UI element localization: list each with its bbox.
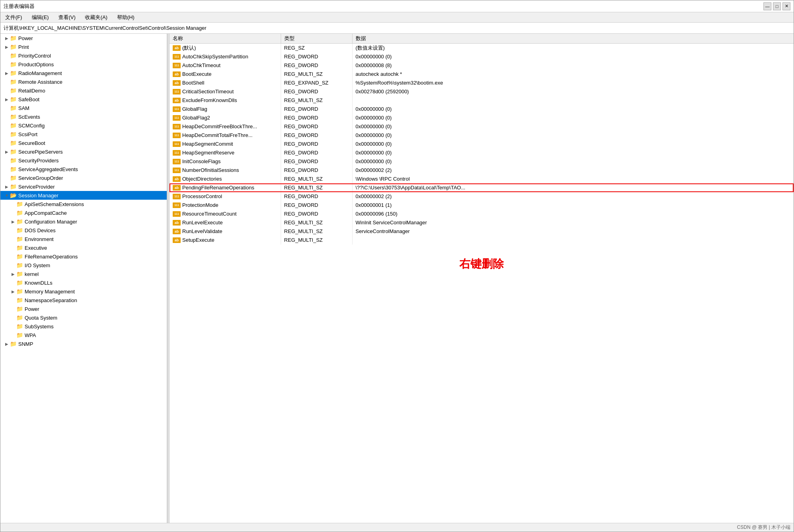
expand-icon: ▶ [4,71,10,75]
cell-data [352,96,794,105]
table-row[interactable]: 111AutoChkSkipSystemPartitionREG_DWORD0x… [170,52,794,61]
tree-item-environment[interactable]: 📁 Environment [0,235,167,243]
minimize-button[interactable]: — [763,2,771,10]
tree-item-securepipeservers[interactable]: ▶ 📁 SecurePipeServers [0,147,167,156]
cell-type: REG_MULTI_SZ [281,175,352,183]
table-row[interactable]: abRunLevelValidateREG_MULTI_SZServiceCon… [170,227,794,236]
tree-item-executive[interactable]: 📁 Executive [0,243,167,252]
tree-item-configurationmanager[interactable]: ▶ 📁 Configuration Manager [0,217,167,226]
table-row[interactable]: 111ProtectionModeREG_DWORD0x00000001 (1) [170,201,794,210]
folder-icon: 📁 [10,122,17,129]
cell-data: %SystemRoot%\system32\bootim.exe [352,79,794,87]
table-row[interactable]: 111CriticalSectionTimeoutREG_DWORD0x0027… [170,87,794,96]
table-row[interactable]: 111AutoChkTimeoutREG_DWORD0x00000008 (8) [170,61,794,70]
table-row[interactable]: abSetupExecuteREG_MULTI_SZ [170,236,794,245]
tree-item-appcompatcache[interactable]: 📁 AppCompatCache [0,208,167,217]
tree-label: Memory Management [25,289,75,295]
tree-item-power2[interactable]: 📁 Power [0,305,167,313]
menu-favorites[interactable]: 收藏夹(A) [83,13,109,21]
tree-item-wpa[interactable]: 📁 WPA [0,331,167,339]
table-row[interactable]: 111HeapDeCommitFreeBlockThre...REG_DWORD… [170,122,794,131]
table-row[interactable]: abObjectDirectoriesREG_MULTI_SZ\Windows … [170,175,794,183]
menu-help[interactable]: 帮助(H) [116,13,136,21]
table-row[interactable]: abBootShellREG_EXPAND_SZ%SystemRoot%\sys… [170,79,794,87]
tree-item-scmconfig[interactable]: 📁 SCMConfig [0,121,167,130]
tree-label: SAM [18,105,29,111]
table-row[interactable]: 111NumberOfInitialSessionsREG_DWORD0x000… [170,166,794,175]
table-row[interactable]: abRunLevelExecuteREG_MULTI_SZWinInit Ser… [170,218,794,227]
tree-item-iosystem[interactable]: 📁 I/O System [0,261,167,270]
tree-label: SecurePipeServers [18,149,63,155]
tree-item-serviceaggregatedevents[interactable]: 📁 ServiceAggregatedEvents [0,165,167,173]
tree-label: SubSystems [25,324,54,330]
table-row[interactable]: 111HeapSegmentReserveREG_DWORD0x00000000… [170,148,794,157]
tree-item-kernel[interactable]: ▶ 📁 kernel [0,270,167,278]
close-button[interactable]: ✕ [782,2,790,10]
cell-data: 0x00000000 (0) [352,122,794,131]
tree-item-secureboot[interactable]: 📁 SecureBoot [0,139,167,147]
tree-item-servicegrouporder[interactable]: 📁 ServiceGroupOrder [0,173,167,182]
tree-label: ServiceGroupOrder [18,175,63,181]
cell-type: REG_DWORD [281,166,352,175]
table-row[interactable]: 111GlobalFlag2REG_DWORD0x00000000 (0) [170,114,794,122]
tree-item-memorymanagement[interactable]: ▶ 📁 Memory Management [0,287,167,296]
tree-item-apisetschemaextensions[interactable]: 📁 ApiSetSchemaExtensions [0,200,167,208]
expand-icon: ▶ [4,342,10,346]
tree-item-filerenameoperations[interactable]: 📁 FileRenameOperations [0,252,167,261]
table-row[interactable]: 111ResourceTimeoutCountREG_DWORD0x000000… [170,210,794,218]
tree-item-namespaceseparation[interactable]: 📁 NamespaceSeparation [0,296,167,305]
table-row[interactable]: 111ProcessorControlREG_DWORD0x00000002 (… [170,192,794,201]
table-row[interactable]: 111GlobalFlagREG_DWORD0x00000000 (0) [170,105,794,114]
menu-view[interactable]: 查看(V) [57,13,77,21]
tree-label: Configuration Manager [25,219,77,225]
data-table: 名称 类型 数据 ab(默认)REG_SZ(数值未设置)111AutoChkSk… [170,34,794,245]
tree-item-power[interactable]: ▶ 📁 Power [0,34,167,42]
cell-name: 111CriticalSectionTimeout [170,87,281,96]
folder-icon: 📁 [16,245,23,251]
tree-item-remoteassistance[interactable]: 📁 Remote Assistance [0,77,167,86]
tree-item-scsiport[interactable]: 📁 ScsiPort [0,130,167,139]
cell-type: REG_MULTI_SZ [281,96,352,105]
tree-item-radiomanagement[interactable]: ▶ 📁 RadioManagement [0,69,167,77]
tree-item-sessionmanager[interactable]: ▼ 📂 Session Manager [0,191,167,200]
folder-icon: 📁 [16,262,23,268]
tree-item-print[interactable]: ▶ 📁 Print [0,42,167,51]
tree-item-snmp[interactable]: ▶ 📁 SNMP [0,339,167,348]
tree-item-scevents[interactable]: 📁 ScEvents [0,112,167,121]
tree-label: WPA [25,332,36,338]
restore-button[interactable]: □ [773,2,781,10]
table-row[interactable]: ab(默认)REG_SZ(数值未设置) [170,44,794,52]
tree-item-prioritycontrol[interactable]: 📁 PriorityControl [0,51,167,60]
table-row[interactable]: abExcludeFromKnownDllsREG_MULTI_SZ [170,96,794,105]
expand-icon: ▶ [4,185,10,189]
table-row[interactable]: 111HeapSegmentCommitREG_DWORD0x00000000 … [170,140,794,148]
col-header-name: 名称 [170,34,281,44]
tree-label: I/O System [25,262,50,268]
folder-icon: 📁 [16,201,23,207]
tree-item-retaildemo[interactable]: 📁 RetailDemo [0,86,167,95]
annotation-area: 右键删除 [170,245,794,283]
menu-edit[interactable]: 编辑(E) [30,13,50,21]
table-row[interactable]: abPendingFileRenameOperationsREG_MULTI_S… [170,183,794,192]
tree-label: Quota System [25,315,57,321]
tree-item-securityproviders[interactable]: 📁 SecurityProviders [0,156,167,165]
table-row[interactable]: abBootExecuteREG_MULTI_SZautocheck autoc… [170,70,794,79]
tree-item-subsystems[interactable]: 📁 SubSystems [0,322,167,331]
cell-name: 111InitConsoleFlags [170,157,281,166]
table-row[interactable]: 111HeapDeCommitTotalFreThre...REG_DWORD0… [170,131,794,140]
tree-label: ScEvents [18,114,40,120]
status-credit: CSDN @ 赛男 | 木子小端 [737,524,790,531]
table-row[interactable]: 111InitConsoleFlagsREG_DWORD0x00000000 (… [170,157,794,166]
title-controls: — □ ✕ [763,2,790,10]
tree-item-safeboot[interactable]: ▶ 📁 SafeBoot [0,95,167,104]
tree-item-quotasystem[interactable]: 📁 Quota System [0,313,167,322]
cell-data: 0x00000096 (150) [352,210,794,218]
col-header-data: 数据 [352,34,794,44]
cell-data: 0x00000000 (0) [352,131,794,140]
tree-item-serviceprovider[interactable]: ▶ 📁 ServiceProvider [0,182,167,191]
tree-item-dosdevices[interactable]: 📁 DOS Devices [0,226,167,235]
tree-item-sam[interactable]: 📁 SAM [0,104,167,112]
tree-item-productoptions[interactable]: 📁 ProductOptions [0,60,167,69]
tree-item-knowndlls[interactable]: 📁 KnownDLLs [0,278,167,287]
menu-file[interactable]: 文件(F) [4,13,24,21]
